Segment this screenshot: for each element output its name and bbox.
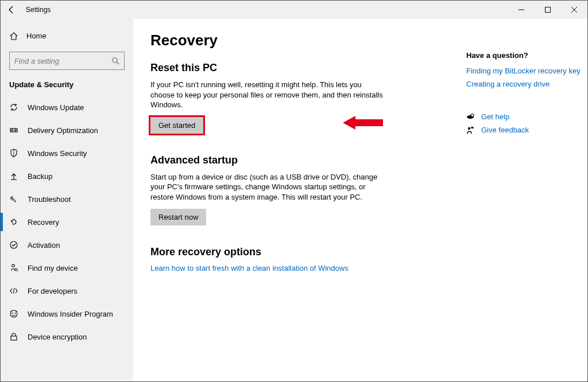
svg-point-13	[12, 313, 13, 314]
delivery-icon	[9, 126, 20, 135]
sidebar-item-findmydevice[interactable]: Find my device	[1, 256, 133, 279]
feedback-link: Give feedback	[481, 126, 529, 134]
svg-rect-1	[546, 7, 551, 13]
sidebar-item-label: Activation	[28, 241, 60, 250]
search-icon	[111, 57, 119, 65]
help-link-recovery-drive[interactable]: Creating a recovery drive	[466, 80, 581, 88]
sidebar-item-label: Backup	[28, 172, 52, 181]
more-recovery-heading: More recovery options	[150, 246, 449, 258]
svg-point-16	[471, 114, 474, 116]
sidebar-nav-list: Windows UpdateDelivery OptimizationWindo…	[1, 96, 133, 348]
sidebar-item-activation[interactable]: Activation	[1, 233, 133, 256]
sidebar-section-heading: Update & Security	[1, 78, 133, 96]
sidebar-item-troubleshoot[interactable]: Troubleshoot	[1, 188, 133, 211]
svg-point-9	[12, 264, 14, 267]
shield-icon	[9, 149, 20, 158]
get-help-row[interactable]: Get help	[466, 112, 581, 121]
svg-point-17	[468, 127, 470, 129]
sidebar-home[interactable]: Home	[1, 27, 133, 45]
window-title: Settings	[26, 6, 51, 14]
maximize-icon	[545, 7, 551, 13]
feedback-row[interactable]: Give feedback	[466, 126, 581, 134]
svg-rect-15	[11, 336, 17, 340]
sidebar-home-label: Home	[26, 32, 47, 40]
advanced-startup-body: Start up from a device or disc (such as …	[150, 172, 387, 202]
backup-icon	[9, 171, 20, 181]
sidebar-item-developers[interactable]: For developers	[1, 279, 133, 302]
svg-point-12	[10, 310, 17, 317]
maximize-button[interactable]	[535, 1, 561, 19]
svg-line-11	[17, 271, 18, 272]
troubleshoot-icon	[9, 194, 20, 204]
sidebar-item-shield[interactable]: Windows Security	[1, 142, 133, 165]
sidebar-item-label: For developers	[28, 287, 78, 295]
sidebar-item-label: Windows Insider Program	[28, 310, 113, 318]
recovery-icon	[9, 217, 20, 227]
svg-point-4	[113, 58, 117, 63]
titlebar: Settings	[1, 1, 587, 19]
window-controls	[508, 1, 587, 19]
sidebar-item-label: Device encryption	[28, 333, 87, 341]
start-fresh-link[interactable]: Learn how to start fresh with a clean in…	[150, 264, 349, 272]
activation-icon	[9, 240, 20, 250]
sidebar-item-insider[interactable]: Windows Insider Program	[1, 302, 133, 325]
sidebar-item-recovery[interactable]: Recovery	[1, 211, 133, 233]
findmydevice-icon	[9, 263, 20, 272]
sidebar-item-delivery[interactable]: Delivery Optimization	[1, 119, 133, 142]
developers-icon	[9, 286, 20, 295]
reset-pc-section: Reset this PC If your PC isn't running w…	[150, 62, 449, 134]
feedback-icon	[466, 126, 478, 134]
sidebar-item-encryption[interactable]: Device encryption	[1, 325, 133, 348]
sidebar-item-sync[interactable]: Windows Update	[1, 96, 133, 119]
svg-point-8	[10, 241, 17, 248]
svg-line-5	[117, 62, 119, 64]
restart-now-button[interactable]: Restart now	[150, 209, 206, 225]
minimize-icon	[519, 7, 524, 13]
svg-point-10	[15, 268, 17, 271]
help-heading: Have a question?	[466, 51, 581, 60]
help-link-bitlocker[interactable]: Finding my BitLocker recovery key	[466, 67, 581, 75]
search-input-wrapper[interactable]	[9, 52, 125, 70]
search-input[interactable]	[14, 57, 111, 65]
advanced-startup-section: Advanced startup Start up from a device …	[150, 154, 449, 226]
page-title: Recovery	[150, 32, 449, 49]
sidebar-item-label: Windows Security	[28, 149, 87, 158]
close-button[interactable]	[561, 1, 587, 19]
reset-pc-heading: Reset this PC	[150, 62, 449, 74]
minimize-button[interactable]	[508, 1, 535, 19]
sidebar-item-label: Troubleshoot	[28, 195, 71, 204]
home-icon	[9, 32, 20, 40]
sidebar-item-label: Windows Update	[28, 103, 84, 112]
svg-point-14	[15, 313, 16, 314]
reset-pc-body: If your PC isn't running well, resetting…	[150, 80, 387, 110]
back-button[interactable]	[4, 2, 19, 17]
sidebar-item-label: Recovery	[28, 218, 59, 227]
sidebar: Home Update & Security Windows UpdateDel…	[1, 19, 133, 381]
back-arrow-icon	[7, 5, 16, 14]
more-recovery-section: More recovery options Learn how to start…	[150, 246, 449, 272]
encryption-icon	[9, 332, 20, 341]
get-started-button[interactable]: Get started	[150, 117, 203, 134]
svg-rect-18	[471, 127, 474, 128]
sidebar-item-backup[interactable]: Backup	[1, 165, 133, 188]
sidebar-item-label: Delivery Optimization	[28, 126, 98, 135]
advanced-startup-heading: Advanced startup	[150, 154, 449, 166]
insider-icon	[9, 309, 20, 318]
sidebar-item-label: Find my device	[28, 264, 78, 272]
sync-icon	[9, 103, 20, 112]
main-content: Recovery Reset this PC If your PC isn't …	[133, 19, 588, 381]
help-panel: Have a question? Finding my BitLocker re…	[466, 32, 581, 369]
get-help-icon	[466, 113, 478, 121]
close-icon	[571, 7, 577, 13]
get-help-link: Get help	[481, 112, 509, 121]
